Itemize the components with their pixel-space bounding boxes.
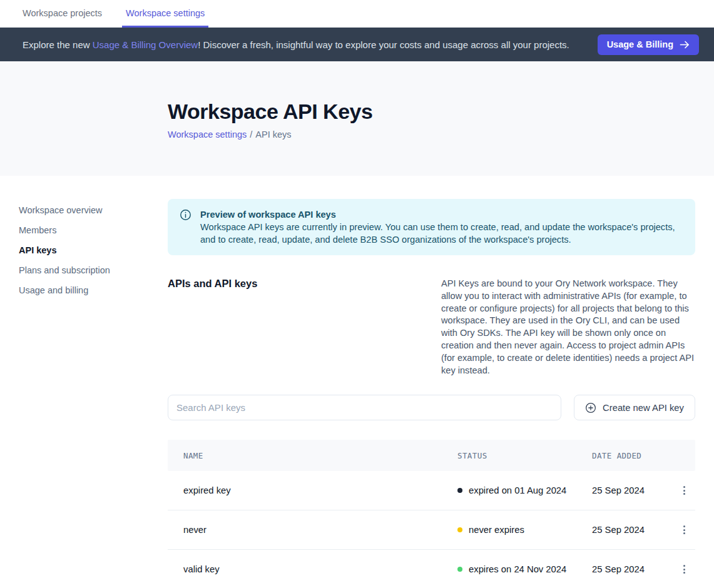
- main-area: Workspace overview Members API keys Plan…: [0, 176, 714, 588]
- status-badge: expires on 24 Nov 2024: [457, 564, 592, 574]
- tab-workspace-settings[interactable]: Workspace settings: [122, 0, 208, 28]
- banner-usage-billing-link[interactable]: Usage & Billing Overview: [93, 39, 198, 50]
- table-row: valid key expires on 24 Nov 2024 25 Sep …: [168, 550, 695, 588]
- kebab-menu-icon[interactable]: [676, 483, 691, 498]
- preview-callout-title: Preview of workspace API keys: [200, 208, 683, 221]
- banner-text-before: Explore the new: [23, 39, 93, 50]
- section-description: API Keys are bound to your Ory Network w…: [441, 278, 695, 377]
- api-keys-table: NAME STATUS DATE ADDED expired key expir…: [168, 440, 695, 588]
- sidebar-item-workspace-overview[interactable]: Workspace overview: [19, 200, 168, 220]
- banner-text: Explore the new Usage & Billing Overview…: [23, 39, 569, 50]
- breadcrumb-separator: /: [250, 129, 252, 139]
- sidebar-item-members[interactable]: Members: [19, 220, 168, 240]
- table-row: never never expires 25 Sep 2024: [168, 510, 695, 550]
- kebab-menu-icon[interactable]: [676, 562, 691, 577]
- page-header: Workspace API Keys Workspace settings/AP…: [0, 61, 714, 176]
- date-added: 25 Sep 2024: [592, 485, 675, 495]
- preview-callout-text: Preview of workspace API keys Workspace …: [200, 208, 683, 246]
- status-badge: expired on 01 Aug 2024: [457, 485, 592, 495]
- banner-text-after: ! Discover a fresh, insightful way to ex…: [198, 39, 569, 50]
- create-api-key-button[interactable]: Create new API key: [574, 395, 695, 420]
- page-title: Workspace API Keys: [168, 99, 695, 124]
- breadcrumb-current: API keys: [255, 129, 291, 139]
- apis-section: APIs and API keys API Keys are bound to …: [168, 278, 695, 377]
- table-row: expired key expired on 01 Aug 2024 25 Se…: [168, 471, 695, 510]
- create-api-key-button-label: Create new API key: [603, 403, 684, 413]
- date-added: 25 Sep 2024: [592, 564, 675, 574]
- usage-billing-button-label: Usage & Billing: [607, 39, 673, 49]
- status-text: expired on 01 Aug 2024: [469, 485, 566, 495]
- date-added: 25 Sep 2024: [592, 525, 675, 535]
- table-header-row: NAME STATUS DATE ADDED: [168, 440, 695, 471]
- search-input[interactable]: [168, 395, 561, 420]
- api-key-name: expired key: [183, 485, 457, 495]
- column-header-name: NAME: [183, 451, 457, 460]
- plus-circle-icon: [585, 402, 596, 413]
- breadcrumb: Workspace settings/API keys: [168, 129, 695, 139]
- column-header-date-added: DATE ADDED: [592, 451, 675, 460]
- api-key-name: never: [183, 525, 457, 535]
- status-text: expires on 24 Nov 2024: [469, 564, 566, 574]
- promo-banner: Explore the new Usage & Billing Overview…: [0, 28, 714, 61]
- status-text: never expires: [469, 525, 524, 535]
- preview-callout-body: Workspace API keys are currently in prev…: [200, 221, 683, 246]
- arrow-right-icon: [680, 41, 690, 49]
- section-heading: APIs and API keys: [168, 278, 441, 377]
- info-circle-icon: [180, 209, 191, 221]
- column-header-status: STATUS: [457, 451, 592, 460]
- usage-billing-button[interactable]: Usage & Billing: [598, 34, 699, 55]
- kebab-menu-icon[interactable]: [676, 522, 691, 537]
- preview-callout: Preview of workspace API keys Workspace …: [168, 199, 695, 255]
- sidebar-item-api-keys[interactable]: API keys: [19, 240, 168, 260]
- content-area: Preview of workspace API keys Workspace …: [168, 176, 714, 588]
- table-controls: Create new API key: [168, 395, 695, 420]
- status-dot-valid: [457, 567, 462, 572]
- tab-workspace-projects[interactable]: Workspace projects: [19, 0, 106, 28]
- status-dot-expired: [457, 488, 462, 493]
- breadcrumb-workspace-settings-link[interactable]: Workspace settings: [168, 129, 247, 139]
- sidebar-item-plans-subscription[interactable]: Plans and subscription: [19, 260, 168, 280]
- status-badge: never expires: [457, 525, 592, 535]
- top-nav: Workspace projects Workspace settings: [0, 0, 714, 28]
- api-key-name: valid key: [183, 564, 457, 574]
- sidebar-item-usage-billing[interactable]: Usage and billing: [19, 280, 168, 300]
- status-dot-never-expires: [457, 527, 462, 532]
- settings-sidebar: Workspace overview Members API keys Plan…: [0, 176, 168, 588]
